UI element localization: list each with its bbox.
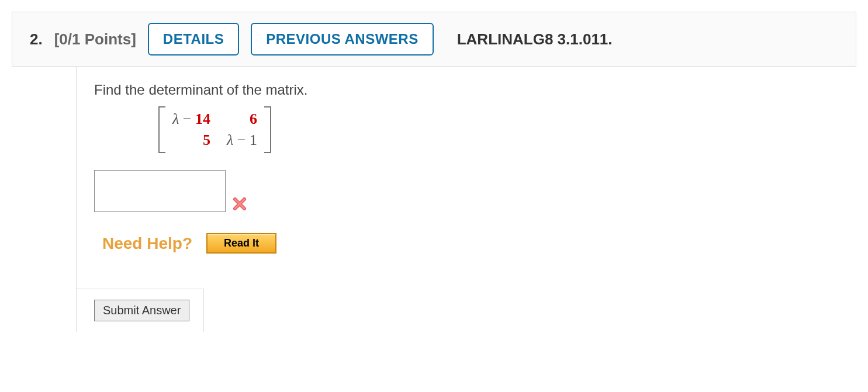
matrix-cell-2-1: 5 (172, 131, 210, 149)
points-display: [0/1 Points] (54, 30, 136, 48)
answer-row (94, 170, 868, 212)
assignment-id: LARLINALG8 3.1.011. (457, 30, 613, 48)
question-number: 2. (30, 30, 43, 48)
submit-answer-button[interactable]: Submit Answer (94, 300, 189, 321)
question-prompt: Find the determinant of the matrix. (94, 82, 868, 98)
need-help-label: Need Help? (102, 234, 192, 253)
question-header: 2. [0/1 Points] DETAILS PREVIOUS ANSWERS… (12, 12, 856, 67)
submit-region: Submit Answer (77, 289, 204, 332)
matrix-display: λ − 14 6 5 λ − 1 (158, 106, 271, 153)
details-button[interactable]: DETAILS (148, 23, 239, 55)
matrix-cell-1-2: 6 (227, 110, 257, 128)
matrix-cell-1-1: λ − 14 (172, 110, 210, 128)
left-bracket-icon (158, 106, 167, 153)
previous-answers-button[interactable]: PREVIOUS ANSWERS (251, 23, 433, 55)
matrix-cell-2-2: λ − 1 (227, 131, 257, 149)
question-body: Find the determinant of the matrix. λ − … (76, 67, 868, 332)
help-row: Need Help? Read It (102, 233, 868, 254)
matrix-grid: λ − 14 6 5 λ − 1 (167, 108, 263, 151)
read-it-button[interactable]: Read It (206, 233, 276, 254)
right-bracket-icon (263, 106, 271, 153)
answer-input[interactable] (94, 170, 226, 212)
incorrect-icon (231, 196, 248, 212)
